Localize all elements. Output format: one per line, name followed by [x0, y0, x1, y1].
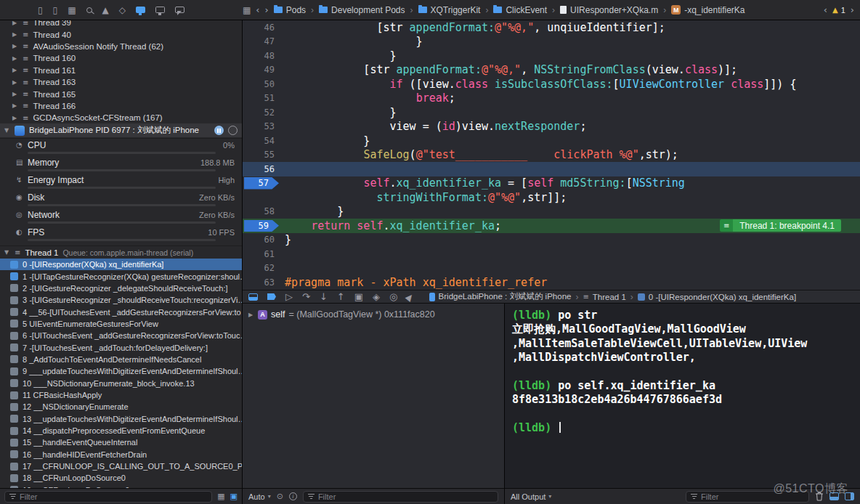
line-number[interactable]: 63 [243, 277, 276, 288]
breakpoint-marker[interactable]: 59 [244, 220, 279, 232]
thread-row[interactable]: ▶≡Thread 39 [0, 20, 242, 28]
disclosure-closed-icon[interactable]: ▶ [248, 312, 254, 318]
thread-row[interactable]: ▶≡GCDAsyncSocket-CFStream (167) [0, 112, 242, 123]
device-row[interactable]: ▼ BridgeLabiPhone PID 6977 : 刘斌斌的 iPhone [0, 123, 242, 137]
filtered-view-icon[interactable]: ▣ [230, 492, 238, 500]
variables-filter-field[interactable] [303, 491, 498, 503]
line-number[interactable]: 46 [243, 23, 276, 33]
line-number[interactable]: 49 [243, 65, 276, 75]
breadcrumb-item[interactable]: ClickEvent [493, 5, 547, 15]
breadcrumb-item[interactable]: Development Pods [319, 5, 405, 15]
code-line[interactable]: 47 } [243, 35, 860, 49]
stack-frame-row[interactable]: 5 UIEventEnumerateGesturesForView [0, 318, 242, 330]
simulate-location-icon[interactable]: ▲ [405, 291, 416, 302]
symbol-navigator-icon[interactable]: ▦ [68, 6, 76, 15]
test-navigator-icon[interactable]: ◇ [119, 6, 126, 15]
disclosure-closed-icon[interactable]: ▶ [12, 79, 18, 86]
navigator-filter-field[interactable] [4, 491, 212, 503]
variables-view[interactable]: ▶Aself= (MallGoodTagView *) 0x111fac820 [243, 304, 504, 488]
stack-frame-row[interactable]: 13 __updateTouchesWithDigitizerEventAndD… [0, 413, 242, 425]
variable-row[interactable]: ▶Aself= (MallGoodTagView *) 0x111fac820 [248, 309, 435, 320]
step-out-icon[interactable]: ↑ [337, 292, 345, 301]
code-line[interactable]: 48 } [243, 49, 860, 63]
code-line[interactable]: 54 } [243, 134, 860, 148]
code-line[interactable]: 62 [243, 261, 860, 276]
line-number[interactable]: 62 [243, 263, 276, 273]
thread-row[interactable]: ▶≡Thread 163 [0, 76, 242, 88]
gauge-row-cpu[interactable]: ◔CPU0% [0, 139, 242, 156]
hide-debug-area-icon[interactable] [248, 293, 258, 301]
console-filter-field[interactable] [686, 491, 809, 503]
stack-frame-row[interactable]: 14 __dispatchPreprocessedEventFromEventQ… [0, 425, 242, 436]
line-number[interactable]: 52 [243, 107, 276, 118]
thread-row[interactable]: ▶≡Thread 161 [0, 65, 242, 76]
stack-frame-row[interactable]: 9 ___updateTouchesWithDigitizerEventAndD… [0, 365, 242, 377]
variables-scope-select[interactable]: Auto▾ [248, 492, 271, 501]
disclosure-closed-icon[interactable]: ▶ [12, 31, 18, 38]
code-line[interactable]: 55 SafeLog(@"test___________ clickPath %… [243, 148, 860, 163]
code-line[interactable]: 57 self.xq_identifier_ka = [self md5Stri… [243, 176, 860, 191]
code-line[interactable]: 46 [str appendFormat:@"%@,", unqiueIdent… [243, 20, 860, 35]
line-number[interactable]: 48 [243, 51, 276, 61]
disclosure-closed-icon[interactable]: ▶ [12, 67, 18, 73]
stack-frame-row[interactable]: 10 ___NSDictionaryEnumerate_block_invoke… [0, 378, 242, 389]
breadcrumb-item[interactable]: XQTriggerKit [418, 5, 481, 15]
thread-row[interactable]: ▶≡Thread 160 [0, 52, 242, 64]
disclosure-closed-icon[interactable]: ▶ [12, 102, 18, 109]
code-line[interactable]: 63#pragma mark - xPath xq_identifier_ref… [243, 275, 860, 290]
line-number[interactable]: 61 [243, 249, 276, 259]
thread-row[interactable]: ▶≡Thread 166 [0, 100, 242, 112]
line-number[interactable]: 56 [243, 164, 276, 174]
info-icon[interactable]: i [289, 492, 297, 500]
line-number[interactable]: 50 [243, 79, 276, 89]
code-line[interactable]: 53 view = (id)view.nextResponder; [243, 120, 860, 134]
code-line[interactable]: 56 [243, 162, 860, 176]
issue-navigator-icon[interactable]: ▲ [102, 6, 109, 15]
code-line[interactable]: 59 return self.xq_identifier_ka;≡Thread … [243, 219, 860, 233]
environment-overrides-icon[interactable]: ◎ [389, 292, 397, 301]
stack-frame-row[interactable]: 3 -[UIGestureRecognizer _shouldReceiveTo… [0, 294, 242, 306]
disclosure-closed-icon[interactable]: ▶ [12, 55, 18, 62]
code-line[interactable]: 51 break; [243, 92, 860, 106]
console-scope-select[interactable]: All Output▾ [511, 492, 551, 501]
code-line[interactable]: stringWithFormat:@"%@",str]]; [243, 190, 860, 205]
source-control-navigator-icon[interactable]: ▯ [53, 6, 58, 15]
thread-row[interactable]: ▶≡AVAudioSession Notify Thread (62) [0, 41, 242, 52]
disclosure-open-icon[interactable]: ▼ [4, 249, 10, 256]
code-line[interactable]: 61 [243, 247, 860, 261]
debug-navigator-icon[interactable] [136, 7, 145, 13]
stack-frame-row[interactable]: 17 __CFRUNLOOP_IS_CALLING_OUT_TO_A_SOURC… [0, 460, 242, 472]
code-line[interactable]: 60} [243, 233, 860, 248]
debug-breadcrumb-item[interactable]: 0 -[UIResponder(XQka) xq_identifierKa] [638, 293, 796, 301]
code-line[interactable]: 50 if ([view.class isSubclassOfClass:[UI… [243, 77, 860, 92]
stack-frame-row[interactable]: 15 __handleEventQueueInternal [0, 436, 242, 448]
disclosure-closed-icon[interactable]: ▶ [12, 43, 18, 49]
stack-frame-row[interactable]: 11 CFBasicHashApply [0, 389, 242, 401]
breadcrumb-item[interactable]: UIResponder+XQka.m [560, 5, 658, 15]
toggle-console-view-icon[interactable] [845, 492, 854, 500]
line-number[interactable]: 51 [243, 93, 276, 103]
line-number[interactable]: 47 [243, 36, 276, 46]
stack-frame-row[interactable]: 16 __handleHIDEventFetcherDrain [0, 449, 242, 460]
stack-frame-row[interactable]: 8 _AddTouchToEventAndDetermineIfNeedsCan… [0, 354, 242, 365]
clear-console-button[interactable] [815, 492, 824, 501]
line-number[interactable]: 54 [243, 136, 276, 146]
disclosure-closed-icon[interactable]: ▶ [12, 91, 18, 97]
breakpoint-navigator-icon[interactable] [155, 7, 165, 13]
line-number[interactable]: 53 [243, 121, 276, 131]
stack-frame-row[interactable]: 4 __56-[UITouchesEvent _addGestureRecogn… [0, 306, 242, 317]
disclosure-open-icon[interactable]: ▼ [4, 127, 10, 134]
breakpoint-indicator-icon[interactable] [228, 126, 238, 135]
toggle-variables-view-icon[interactable] [829, 492, 839, 500]
step-over-icon[interactable]: ↷ [302, 292, 310, 301]
stack-frame-row[interactable]: 2 -[UIGestureRecognizer _delegateShouldR… [0, 283, 242, 294]
breakpoints-toggle-icon[interactable] [267, 293, 276, 300]
debug-view-hierarchy-icon[interactable]: ▣ [354, 292, 363, 301]
breakpoint-marker[interactable]: 57 [244, 177, 279, 190]
thread-row[interactable]: ▶≡Thread 165 [0, 88, 242, 99]
line-number[interactable]: 55 [243, 150, 276, 160]
variables-filter-input[interactable] [318, 492, 493, 501]
breadcrumb-item[interactable]: M-xq_identifierKa [671, 5, 745, 15]
step-into-icon[interactable]: ↓ [320, 292, 328, 301]
debug-memory-graph-icon[interactable]: ◈ [373, 292, 380, 301]
